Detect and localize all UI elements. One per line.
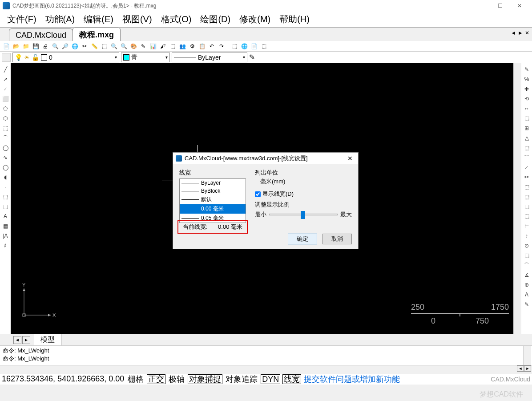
toolbar-icon[interactable]: 📂 <box>12 42 20 51</box>
vertical-scrollbar[interactable] <box>513 63 521 334</box>
draw-tool-icon[interactable]: · <box>1 182 10 191</box>
lineweight-item[interactable]: ByBlock <box>180 187 246 195</box>
toolbar-icon[interactable]: 🖨 <box>41 42 50 51</box>
status-toggle[interactable]: 线宽 <box>282 374 301 384</box>
modify-tool-icon[interactable]: ⟋ <box>522 163 531 172</box>
menu-item[interactable]: 功能(A) <box>43 12 78 26</box>
toolbar-icon[interactable]: 📁 <box>21 42 30 51</box>
toolbar-icon[interactable]: 💾 <box>31 42 40 51</box>
command-line[interactable]: 命令: Mx_LWeight 命令: Mx_LWeight <box>0 345 532 365</box>
status-toggle[interactable]: 对象捕捉 <box>188 374 222 384</box>
toolbar-icon[interactable]: ⬚ <box>230 42 239 51</box>
modify-tool-icon[interactable]: ⬚ <box>522 251 531 260</box>
draw-tool-icon[interactable]: ⬚ <box>1 124 10 133</box>
toolbar-icon[interactable]: ⬚ <box>168 42 177 51</box>
menu-item[interactable]: 文件(F) <box>4 12 39 26</box>
modify-tool-icon[interactable]: % <box>522 75 531 84</box>
modify-tool-icon[interactable]: ⊕ <box>522 280 531 289</box>
modify-tool-icon[interactable]: ⟲ <box>522 94 531 103</box>
color-combo[interactable]: 青 ▾ <box>121 53 170 62</box>
toolbar-icon[interactable]: 🖌 <box>158 42 167 51</box>
toolbar-icon[interactable]: 📄 <box>250 42 258 51</box>
toolbar-icon[interactable]: 📊 <box>149 42 157 51</box>
menu-item[interactable]: 帮助(H) <box>277 12 312 26</box>
toolbar-icon[interactable]: 📏 <box>90 42 99 51</box>
modify-tool-icon[interactable]: ✎ <box>522 65 531 74</box>
toolbar-icon[interactable]: 📋 <box>197 42 206 51</box>
dialog-titlebar[interactable]: CAD.MxCloud-[www.mxdraw3d.com]-[线宽设置] ✕ <box>173 153 358 164</box>
tab-last-icon[interactable]: ► <box>22 336 30 344</box>
toolbar-icon[interactable]: ↷ <box>217 42 226 51</box>
draw-tool-icon[interactable]: ◯ <box>1 163 10 172</box>
status-toggle[interactable]: 对象追踪 <box>225 375 258 384</box>
scale-slider[interactable] <box>269 214 338 215</box>
lineweight-item[interactable]: 0.00 毫米 <box>180 204 246 214</box>
toolbar-icon[interactable]: ✎ <box>139 42 148 51</box>
layer-combo[interactable]: 💡 ☀ 🔓 0 ▾ <box>12 53 119 62</box>
cancel-button[interactable]: 取消 <box>322 234 352 244</box>
toolbar-icon[interactable]: ⬚ <box>259 42 268 51</box>
dialog-close-icon[interactable]: ✕ <box>345 155 355 162</box>
tab-close-icon[interactable]: ✕ <box>525 30 529 36</box>
toolbar-icon[interactable]: 🌐 <box>70 42 79 51</box>
modify-tool-icon[interactable]: ⬚ <box>522 192 531 201</box>
modify-tool-icon[interactable]: ⌒ <box>522 153 531 162</box>
tab-current[interactable]: 教程.mxg <box>73 27 121 41</box>
maximize-button[interactable]: ☐ <box>490 0 510 11</box>
cmd-hscroll[interactable]: ◄► <box>0 365 532 373</box>
draw-tool-icon[interactable]: ⬠ <box>1 104 10 113</box>
modify-tool-icon[interactable]: ✂ <box>522 173 531 182</box>
draw-tool-icon[interactable]: A <box>1 212 10 221</box>
brush-icon[interactable]: ✎ <box>249 53 255 61</box>
menu-item[interactable]: 修改(M) <box>237 12 273 26</box>
modify-tool-icon[interactable]: ↕ <box>522 231 531 240</box>
ok-button[interactable]: 确定 <box>288 234 317 244</box>
minimize-button[interactable]: ─ <box>471 0 490 11</box>
menu-item[interactable]: 视图(V) <box>120 12 155 26</box>
draw-tool-icon[interactable]: ⬡ <box>1 114 10 123</box>
draw-tool-icon[interactable]: ◯ <box>1 143 10 152</box>
toolbar-icon[interactable]: 👥 <box>178 42 187 51</box>
status-toggle[interactable]: 极轴 <box>168 375 185 384</box>
toolbar-icon[interactable]: 🔍 <box>119 42 128 51</box>
modify-tool-icon[interactable]: ✎ <box>522 300 531 309</box>
status-toggle[interactable]: 正交 <box>147 374 165 384</box>
status-toggle[interactable]: 栅格 <box>127 375 145 384</box>
modify-tool-icon[interactable]: ∡ <box>522 271 531 279</box>
tab-mxcloud[interactable]: CAD.MxCloud <box>9 28 73 41</box>
draw-tool-icon[interactable]: ⬜ <box>1 94 10 103</box>
modify-tool-icon[interactable]: ⌒ <box>522 261 531 270</box>
toolbar-icon[interactable]: ⚙ <box>188 42 197 51</box>
toolbar-icon[interactable]: 🔎 <box>60 42 69 51</box>
slider-thumb[interactable] <box>301 211 305 219</box>
toolbar-icon[interactable]: ✂ <box>80 42 89 51</box>
tab-first-icon[interactable]: ◄ <box>13 336 21 344</box>
draw-tool-icon[interactable]: |A <box>1 231 10 240</box>
modify-tool-icon[interactable]: ⬚ <box>522 202 531 211</box>
modify-tool-icon[interactable]: ⊞ <box>522 124 531 133</box>
cmd-scrollbar[interactable] <box>523 346 531 365</box>
toolbar-icon[interactable]: ↶ <box>207 42 216 51</box>
menu-item[interactable]: 格式(O) <box>158 12 194 26</box>
menu-item[interactable]: 编辑(E) <box>81 12 116 26</box>
toolbar-icon[interactable]: 🔍 <box>51 42 60 51</box>
modify-tool-icon[interactable]: ⬚ <box>522 114 531 123</box>
toolbar-icon[interactable]: 🎨 <box>129 42 138 51</box>
status-toggle[interactable]: DYN <box>261 374 280 384</box>
draw-tool-icon[interactable]: ∿ <box>1 153 10 162</box>
tab-next-icon[interactable]: ► <box>518 30 523 36</box>
draw-tool-icon[interactable]: ⌒ <box>1 134 10 142</box>
draw-tool-icon[interactable]: ╱ <box>1 65 10 74</box>
draw-tool-icon[interactable]: ◖ <box>1 173 10 182</box>
layer-manager-icon[interactable] <box>2 53 11 62</box>
modify-tool-icon[interactable]: ↔ <box>522 104 531 113</box>
draw-tool-icon[interactable]: ↗ <box>1 75 10 84</box>
modify-tool-icon[interactable]: ⊙ <box>522 241 531 250</box>
modify-tool-icon[interactable]: ✚ <box>522 85 531 93</box>
lineweight-item[interactable]: ByLayer <box>180 179 246 187</box>
linetype-combo[interactable]: ByLayer ▾ <box>172 53 247 62</box>
modify-tool-icon[interactable]: ⬚ <box>522 182 531 191</box>
lineweight-item[interactable]: 默认 <box>180 195 246 204</box>
modify-tool-icon[interactable]: A <box>522 290 531 299</box>
modify-tool-icon[interactable]: ⊢ <box>522 222 531 231</box>
